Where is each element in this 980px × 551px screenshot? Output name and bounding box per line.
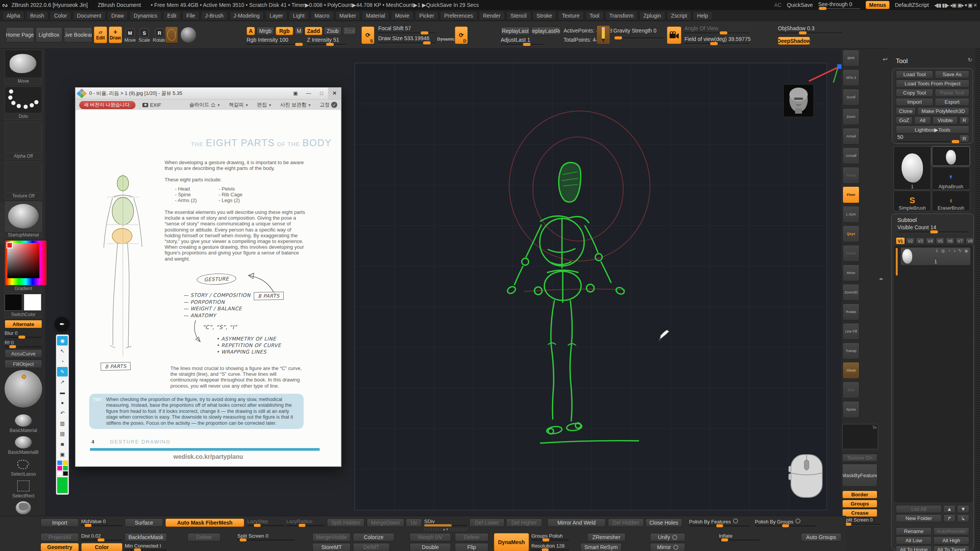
viewer-control-fullscreen[interactable]: ▣ xyxy=(289,88,302,99)
stroke-d-button[interactable]: ⟳D xyxy=(455,26,468,44)
shelf-basicmaterial[interactable]: BasicMaterial xyxy=(5,413,42,433)
menu-macro[interactable]: Macro xyxy=(310,11,334,20)
texture-on-button[interactable]: Texture On xyxy=(842,454,877,462)
load-tool-button[interactable]: Load Tool xyxy=(896,70,933,78)
viewer-window-controls[interactable]: ▣—□✕ xyxy=(289,88,341,99)
palette-hook-icon[interactable]: ↩ xyxy=(883,56,888,63)
shelf-startupmaterial[interactable]: StartupMaterial xyxy=(5,201,42,238)
lightbox-button[interactable]: LightBox xyxy=(36,27,62,42)
rgb-intensity-slider[interactable]: Rgb Intensity 100 xyxy=(247,37,303,46)
bottom-storemt-button[interactable]: StoreMT xyxy=(312,543,351,551)
menu-material[interactable]: Material xyxy=(362,11,389,20)
copy-tool-button[interactable]: Copy Tool xyxy=(896,89,933,97)
pen-color-0[interactable] xyxy=(57,460,62,465)
goz-button[interactable]: GoZ xyxy=(896,116,913,124)
active-tool-thumbnail[interactable]: 1 xyxy=(893,146,931,190)
pen-color-1[interactable] xyxy=(63,460,68,465)
subtool-scrollbar[interactable] xyxy=(896,248,898,276)
new-folder-button[interactable]: New Folder xyxy=(896,514,942,522)
bottom-del-lower-button[interactable]: Del Lower xyxy=(469,518,505,527)
rightshelf-persp[interactable]: Persp xyxy=(843,167,859,184)
goz-r-button[interactable]: R xyxy=(959,116,969,124)
bottom-colorize-button[interactable]: Colorize xyxy=(353,533,394,541)
menu-draw[interactable]: Draw xyxy=(107,11,128,20)
pen-cursor-icon[interactable]: ↖ xyxy=(57,346,68,356)
menu-render[interactable]: Render xyxy=(479,11,505,20)
paste-tool-button[interactable]: Paste Tool xyxy=(935,89,969,97)
subtool-tab-v8[interactable]: V8 xyxy=(965,237,975,245)
bottom-groups-polish-slider[interactable]: Groups Polish xyxy=(531,533,569,541)
shelf-selectlasso[interactable]: SelectLasso xyxy=(5,457,42,477)
pin-toggle[interactable]: 고정✓ xyxy=(320,101,337,108)
menu-light[interactable]: Light xyxy=(289,11,309,20)
rightshelf-aahalf[interactable]: AAHalf xyxy=(843,147,859,164)
menu-texture[interactable]: Texture xyxy=(558,11,584,20)
bottom-polish-by-features-slider[interactable]: Polish By Features xyxy=(689,518,750,527)
mask-by-feature-button[interactable]: MaskByFeature xyxy=(842,464,877,487)
window-controls[interactable]: ◂▮▮ ▮▮▸ ◂▣ ▣▸ ▾ ▣ ✕ xyxy=(934,2,977,8)
clone-button[interactable]: Clone xyxy=(896,107,916,115)
bottom-color-button[interactable]: Color xyxy=(81,543,122,551)
pen-camera-icon[interactable]: ◙ xyxy=(57,439,68,449)
m-button[interactable]: M xyxy=(295,27,303,35)
menu-layer[interactable]: Layer xyxy=(265,11,287,20)
viewer-titlebar[interactable]: 0 - 비율, 리듬 > 1 (9).jpg [1/20] - 꿀뷰 5.35 … xyxy=(75,88,341,99)
pen-eraser-icon[interactable]: ▬ xyxy=(57,388,68,397)
pen-line-icon[interactable]: ↗ xyxy=(57,377,68,387)
all-low-button[interactable]: All Low xyxy=(896,536,932,544)
default-zscript-button[interactable]: DefaultZScript xyxy=(895,2,929,8)
menu-brush[interactable]: Brush xyxy=(26,11,49,20)
bottom-auto-mask-fibermesh-button[interactable]: Auto Mask FiberMesh xyxy=(165,518,244,527)
menu-alpha[interactable]: Alpha xyxy=(2,11,24,20)
pen-whiteboard-icon[interactable]: ▤ xyxy=(57,429,68,439)
rightshelf-qxyz[interactable]: Qxyz xyxy=(843,225,859,242)
shelf-selectrect[interactable]: SelectRect xyxy=(5,479,42,499)
crease-button[interactable]: Crease xyxy=(842,509,877,517)
replay-last-button[interactable]: ReplayLast xyxy=(501,27,530,35)
rightshelf-zoom[interactable]: Zoom xyxy=(843,108,859,125)
left-divider-handle[interactable] xyxy=(0,203,4,245)
bottom-surface-button[interactable]: Surface xyxy=(125,518,163,527)
autoreorder-button[interactable]: AutoReorder xyxy=(933,527,969,535)
bottom-midvalue-0-slider[interactable]: MidValue 0 xyxy=(81,518,122,526)
all-to-home-button[interactable]: All To Home xyxy=(896,546,932,551)
bottom-split-screen-0-slider[interactable]: Split Screen 0 xyxy=(237,533,295,541)
pen-current-color[interactable] xyxy=(57,477,68,493)
shelf-dots[interactable]: Dots xyxy=(5,86,42,120)
gravity-strength-slider[interactable]: Gravity Strength 0 xyxy=(613,28,663,39)
current-brush-preview[interactable] xyxy=(165,26,178,43)
library-menu[interactable]: 사진 보관함 ▼ xyxy=(280,101,311,108)
scale-gizmo-button[interactable]: SScale xyxy=(139,28,150,43)
subtool-item[interactable]: ⇓ ◍ ◔ ◑ ✎ ◉ 1 xyxy=(900,247,971,266)
z-intensity-slider[interactable]: Z Intensity 51 xyxy=(307,37,347,46)
rightshelf-line-fill[interactable]: Line Fill xyxy=(843,323,859,340)
rightshelf-rotate[interactable]: Rotate xyxy=(843,303,859,320)
shelf-fillobject[interactable]: FillObject xyxy=(5,360,42,368)
list-all-button[interactable]: List All xyxy=(896,505,942,513)
adjust-last-slider[interactable]: AdjustLast 1 xyxy=(501,37,544,46)
load-tools-from-project-button[interactable]: Load Tools From Project xyxy=(896,80,969,88)
bottom-close-holes-button[interactable]: Close Holes xyxy=(645,518,682,527)
bottom-morph-uv-button[interactable]: Morph UV xyxy=(410,533,451,541)
folder-into-button[interactable]: ↳ xyxy=(957,514,969,522)
bottom-lazyradius-slider[interactable]: LazyRadius xyxy=(286,518,325,526)
rightshelf-actual[interactable]: Actual xyxy=(843,128,859,145)
bookmark-menu[interactable]: 책갈피 ▼ xyxy=(229,101,249,108)
eraserbrush-thumbnail[interactable]: ◖ EraserBrush xyxy=(932,191,970,211)
pen-trash-icon[interactable]: ▥ xyxy=(57,419,68,428)
bottom-geometry-button[interactable]: Geometry xyxy=(41,543,79,551)
bottom-mirror-and-weld-button[interactable]: Mirror And Weld xyxy=(547,518,606,527)
menu-preferences[interactable]: Preferences xyxy=(440,11,477,20)
shelf-accucurve[interactable]: AccuCurve xyxy=(5,349,42,358)
lightbox-tools-button[interactable]: Lightbox▶Tools xyxy=(896,126,969,134)
bottom-inflate-slider[interactable]: Inflate xyxy=(719,533,760,541)
shelf-texture-off[interactable]: Texture Off xyxy=(5,161,42,199)
pen-clipboard-icon[interactable]: ▣ xyxy=(57,450,68,459)
pen-color-2[interactable] xyxy=(57,466,62,471)
goz-all-button[interactable]: All xyxy=(914,116,931,124)
shelf-switchcolor[interactable]: SwitchColor xyxy=(5,294,42,318)
zcut-button[interactable]: Zcut xyxy=(343,27,356,35)
pen-color-3[interactable] xyxy=(63,466,68,471)
subtool-down-button[interactable]: ▼ xyxy=(957,505,969,513)
rightshelf-xpose[interactable]: Xpose xyxy=(843,401,859,418)
